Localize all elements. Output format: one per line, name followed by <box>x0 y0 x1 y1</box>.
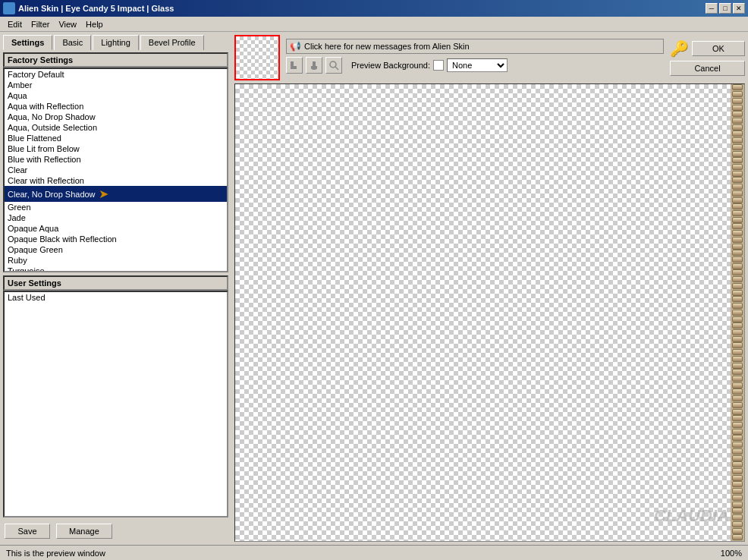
svg-point-2 <box>330 61 336 68</box>
zipper-tooth <box>732 164 743 170</box>
app-icon <box>3 2 15 14</box>
zipper-tooth <box>732 223 743 229</box>
factory-settings-list[interactable]: Factory Default Amber Aqua Aqua with Ref… <box>3 68 228 272</box>
list-item[interactable]: Turquoise <box>5 266 227 272</box>
zipper-tooth <box>732 98 743 104</box>
zipper-tooth <box>732 118 743 124</box>
zipper-tooth <box>732 502 743 508</box>
menu-view[interactable]: View <box>54 18 81 30</box>
zoom-tool-button[interactable] <box>325 57 342 74</box>
title-bar: Alien Skin | Eye Candy 5 Impact | Glass … <box>0 0 748 17</box>
zipper-tooth <box>732 322 743 329</box>
list-item[interactable]: Aqua <box>5 90 227 101</box>
list-item[interactable]: Jade <box>5 212 227 223</box>
bg-dropdown[interactable]: None <box>447 58 508 72</box>
tab-settings[interactable]: Settings <box>3 35 52 50</box>
zipper-tooth <box>732 144 743 150</box>
tab-basic[interactable]: Basic <box>54 35 91 50</box>
manage-button[interactable]: Manage <box>56 524 112 539</box>
zipper-tooth <box>732 363 743 369</box>
zipper-tooth <box>732 190 743 197</box>
zipper-tooth <box>732 481 743 487</box>
list-item[interactable]: Aqua with Reflection <box>5 101 227 112</box>
menu-help[interactable]: Help <box>81 18 108 30</box>
zipper-tooth <box>732 521 743 527</box>
window-title: Alien Skin | Eye Candy 5 Impact | Glass <box>18 4 174 13</box>
list-item[interactable]: Clear <box>5 165 227 175</box>
list-item[interactable]: Blue Flattened <box>5 133 227 143</box>
list-item[interactable]: Opaque Black with Reflection <box>5 234 227 244</box>
zipper-tooth <box>732 124 743 131</box>
list-item[interactable]: Clear with Reflection <box>5 175 227 186</box>
list-item-last-used[interactable]: Last Used <box>5 292 227 303</box>
menu-edit[interactable]: Edit <box>3 18 27 30</box>
list-item[interactable]: Aqua, Outside Selection <box>5 122 227 133</box>
zipper-tooth <box>732 303 743 309</box>
zipper-tooth <box>732 177 743 183</box>
zipper-tooth <box>732 382 743 389</box>
list-item[interactable]: Opaque Aqua <box>5 223 227 234</box>
zipper-tooth <box>732 349 743 355</box>
list-item[interactable]: Amber <box>5 80 227 90</box>
user-settings-list[interactable]: Last Used <box>3 291 228 518</box>
zipper-tooth <box>732 455 743 461</box>
zipper-tooth <box>732 111 743 117</box>
ok-button[interactable]: OK <box>692 41 745 56</box>
save-button[interactable]: Save <box>5 524 50 539</box>
tab-bevel-profile[interactable]: Bevel Profile <box>140 35 204 50</box>
minimize-button[interactable]: ─ <box>706 3 718 14</box>
bottom-buttons: Save Manage <box>3 521 228 542</box>
zipper-tooth <box>732 276 743 282</box>
zipper-tooth <box>732 263 743 269</box>
list-item-selected[interactable]: Clear, No Drop Shadow ➤ <box>5 186 227 202</box>
zipper-tooth <box>732 230 743 236</box>
preview-area: CLAUDIA <box>234 83 745 542</box>
list-item[interactable]: Blue Lit from Below <box>5 143 227 154</box>
list-item[interactable]: Green <box>5 202 227 212</box>
menu-filter[interactable]: Filter <box>27 18 54 30</box>
zipper-tooth <box>732 488 743 494</box>
zipper-tooth <box>732 316 743 322</box>
user-settings-section: User Settings Last Used <box>3 275 228 518</box>
hand-tool-button[interactable] <box>306 57 322 74</box>
factory-settings-header: Factory Settings <box>3 52 228 68</box>
list-item[interactable]: Ruby <box>5 255 227 266</box>
zipper-tooth <box>732 409 743 415</box>
right-top-bar: 📢 Click here for new messages from Alien… <box>234 35 745 80</box>
zipper-tooth <box>732 203 743 209</box>
list-item[interactable]: Factory Default <box>5 69 227 80</box>
status-text: This is the preview window <box>6 549 105 558</box>
window-controls: ─ □ ✕ <box>706 3 745 14</box>
zipper-tooth <box>732 435 743 441</box>
list-item[interactable]: Opaque Green <box>5 244 227 255</box>
info-message[interactable]: Click here for new messages from Alien S… <box>304 42 470 51</box>
zipper-tooth <box>732 217 743 223</box>
zipper-tooth <box>732 356 743 362</box>
zipper-tooth <box>732 151 743 157</box>
ok-icon: 🔑 <box>670 39 689 58</box>
ok-cancel-buttons: 🔑 OK Cancel <box>670 39 745 76</box>
zipper-tooth <box>732 244 743 250</box>
zipper-tooth <box>732 290 743 296</box>
zipper-tooth <box>732 84 743 90</box>
maximize-button[interactable]: □ <box>719 3 731 14</box>
zipper-tooth <box>732 429 743 435</box>
info-icon: 📢 <box>290 41 301 52</box>
close-button[interactable]: ✕ <box>733 3 745 14</box>
cancel-button[interactable]: Cancel <box>670 61 745 76</box>
list-item[interactable]: Blue with Reflection <box>5 154 227 165</box>
list-item[interactable]: Aqua, No Drop Shadow <box>5 112 227 122</box>
zipper-tooth <box>732 402 743 408</box>
zipper-tooth <box>732 197 743 203</box>
zipper-tooth <box>732 342 743 348</box>
zipper-tooth <box>732 184 743 190</box>
zipper-tooth <box>732 137 743 143</box>
zipper-tooth <box>732 508 743 514</box>
zipper-tooth <box>732 131 743 137</box>
bg-color-swatch <box>433 60 444 71</box>
pointer-tool-button[interactable] <box>286 57 303 74</box>
tab-lighting[interactable]: Lighting <box>93 35 139 50</box>
info-bar[interactable]: 📢 Click here for new messages from Alien… <box>286 39 664 54</box>
tab-bar: Settings Basic Lighting Bevel Profile <box>3 35 228 50</box>
zipper-tooth <box>732 422 743 428</box>
